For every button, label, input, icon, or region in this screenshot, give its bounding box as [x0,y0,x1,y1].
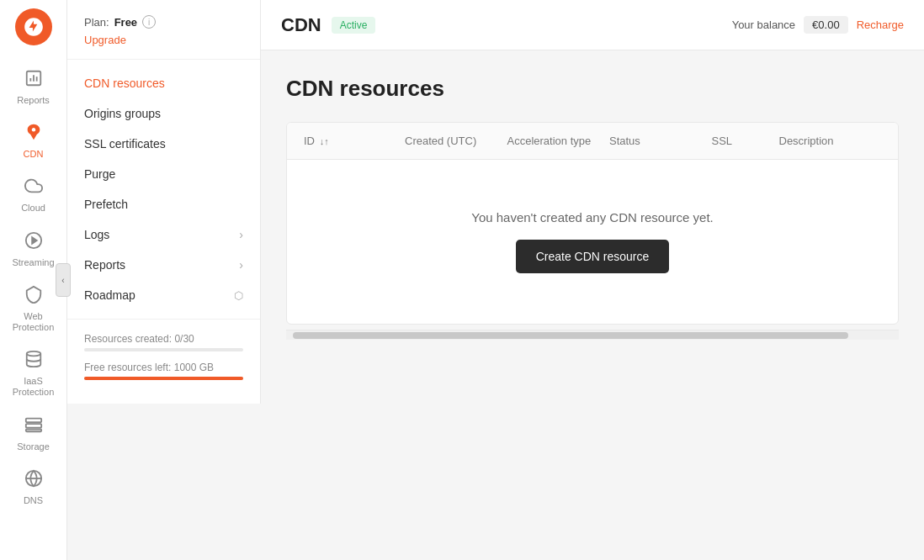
free-resources-progress-fill [84,377,243,380]
table-empty-state: You haven't created any CDN resource yet… [287,160,898,324]
plan-row: Plan: Free i [84,15,243,29]
page-title: CDN resources [286,76,899,102]
svg-rect-8 [25,424,40,428]
sidebar-item-reports[interactable]: Reports [0,61,66,114]
menu-item-reports-label: Reports [84,258,125,272]
menu-item-origins-groups-label: Origins groups [84,107,161,120]
svg-rect-9 [25,429,40,431]
side-menu-items: CDN resources Origins groups SSL certifi… [67,60,260,319]
sidebar-item-dns[interactable]: DNS [0,461,66,515]
menu-item-prefetch[interactable]: Prefetch [67,189,260,219]
brand-logo[interactable] [15,8,52,45]
collapse-sidebar-button[interactable]: ‹ [56,263,71,297]
column-created: Created (UTC) [405,135,507,147]
side-menu-header: Plan: Free i Upgrade [67,0,260,60]
balance-value: €0.00 [804,16,848,34]
top-header: CDN Active Your balance €0.00 Recharge [261,0,924,50]
logs-chevron-icon: › [239,228,243,241]
sidebar-item-iaas-label: IaaS Protection [5,376,61,398]
dns-icon [24,469,43,492]
reports-chevron-icon: › [239,258,243,272]
menu-item-roadmap-label: Roadmap [84,288,135,302]
resources-created-label: Resources created: 0/30 [84,333,243,345]
plan-info-icon[interactable]: i [142,15,156,29]
cdn-resources-table: ID ↓↑ Created (UTC) Acceleration type St… [286,122,899,325]
sidebar-item-iaas-protection[interactable]: IaaS Protection [0,341,66,406]
recharge-link[interactable]: Recharge [857,18,904,31]
resources-progress-bar [84,348,243,351]
free-resources-progress-bar [84,377,243,380]
menu-item-cdn-resources[interactable]: CDN resources [67,68,260,98]
cloud-icon [24,177,43,199]
header-left: CDN Active [281,14,375,36]
menu-item-ssl-certificates[interactable]: SSL certificates [67,129,260,159]
free-resources-label: Free resources left: 1000 GB [84,362,243,373]
main-content: CDN Active Your balance €0.00 Recharge C… [261,0,924,560]
sidebar-item-cloud[interactable]: Cloud [0,168,66,222]
svg-marker-5 [32,237,37,243]
plan-name: Free [114,16,137,29]
status-badge: Active [332,17,376,34]
side-menu-footer: Resources created: 0/30 Free resources l… [67,319,260,404]
table-header: ID ↓↑ Created (UTC) Acceleration type St… [287,123,898,160]
column-acceleration: Acceleration type [507,135,610,147]
menu-item-origins-groups[interactable]: Origins groups [67,98,260,129]
scrollbar-thumb[interactable] [293,332,848,339]
column-description: Description [779,135,882,147]
storage-icon [24,415,43,438]
page-header-title: CDN [281,14,321,36]
streaming-icon [24,231,43,254]
plan-label: Plan: [84,16,109,29]
web-protection-icon [24,285,43,308]
horizontal-scrollbar[interactable] [286,330,899,340]
column-status: Status [609,135,712,147]
sidebar-item-cdn[interactable]: CDN [0,114,66,168]
reports-icon [24,69,43,92]
menu-item-logs-label: Logs [84,228,109,241]
menu-item-roadmap[interactable]: Roadmap ⬡ [67,280,260,310]
menu-item-purge[interactable]: Purge [67,159,260,189]
content-area: CDN resources ID ↓↑ Created (UTC) Accele… [261,50,924,560]
sort-icon[interactable]: ↓↑ [320,136,329,146]
menu-item-logs[interactable]: Logs › [67,219,260,250]
sidebar-item-dns-label: DNS [24,495,43,506]
column-ssl: SSL [712,135,779,147]
sidebar-item-streaming-label: Streaming [12,257,54,268]
svg-rect-7 [25,418,40,422]
menu-item-cdn-resources-label: CDN resources [84,77,165,90]
sidebar-item-web-protection-label: Web Protection [5,311,61,333]
cdn-icon [24,123,43,145]
menu-item-reports[interactable]: Reports › [67,250,260,280]
sidebar-item-cdn-label: CDN [24,149,44,160]
svg-point-6 [26,351,40,357]
sidebar-item-storage[interactable]: Storage [0,407,66,461]
column-id: ID ↓↑ [304,135,405,147]
balance-label: Your balance [732,18,795,31]
create-cdn-resource-button[interactable]: Create CDN resource [516,240,670,273]
menu-item-purge-label: Purge [84,167,115,181]
menu-item-prefetch-label: Prefetch [84,198,128,211]
roadmap-external-icon: ⬡ [234,289,243,302]
menu-item-ssl-certificates-label: SSL certificates [84,137,166,151]
empty-message: You haven't created any CDN resource yet… [471,210,713,225]
brand-icon [23,16,45,38]
header-right: Your balance €0.00 Recharge [732,16,904,34]
iaas-protection-icon [24,350,43,372]
sidebar-item-reports-label: Reports [17,95,50,106]
sidebar-item-cloud-label: Cloud [21,203,45,214]
side-menu-wrapper: ‹ Plan: Free i Upgrade CDN resources Ori… [67,0,261,560]
sidebar-item-storage-label: Storage [17,441,50,452]
upgrade-link[interactable]: Upgrade [84,34,126,46]
side-menu: Plan: Free i Upgrade CDN resources Origi… [67,0,261,404]
